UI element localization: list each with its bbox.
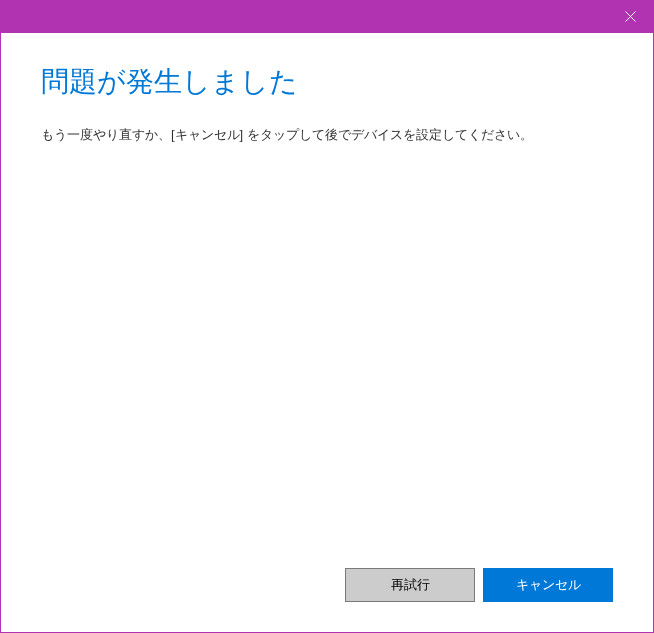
close-button[interactable] <box>607 1 653 33</box>
dialog-message: もう一度やり直すか、[キャンセル] をタップして後でデバイスを設定してください。 <box>41 125 613 145</box>
error-dialog: 問題が発生しました もう一度やり直すか、[キャンセル] をタップして後でデバイス… <box>0 0 654 633</box>
button-row: 再試行 キャンセル <box>41 568 613 612</box>
titlebar <box>1 1 653 33</box>
cancel-button[interactable]: キャンセル <box>483 568 613 602</box>
close-icon <box>625 8 636 26</box>
retry-button[interactable]: 再試行 <box>345 568 475 602</box>
dialog-heading: 問題が発生しました <box>41 63 613 101</box>
spacer <box>41 145 613 569</box>
dialog-content: 問題が発生しました もう一度やり直すか、[キャンセル] をタップして後でデバイス… <box>1 33 653 632</box>
